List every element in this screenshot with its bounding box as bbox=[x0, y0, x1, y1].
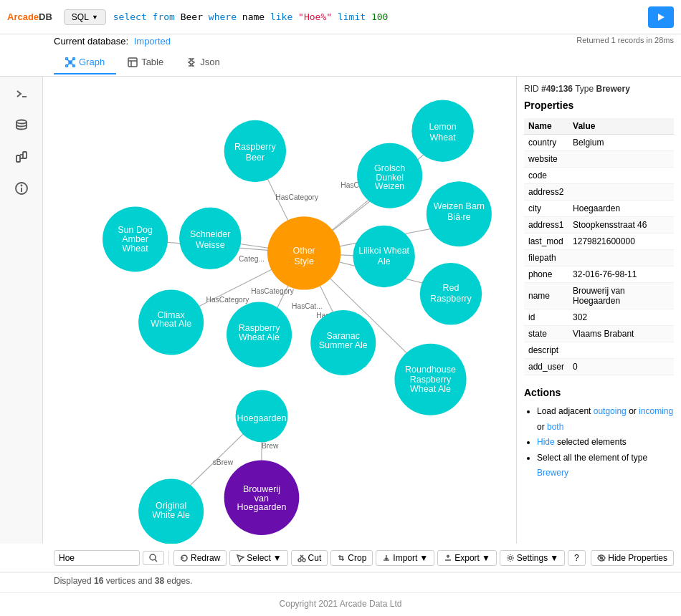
import-button[interactable]: Import ▼ bbox=[376, 550, 434, 566]
properties-rows: countryBelgiumwebsitecodeaddress2cityHoe… bbox=[524, 135, 674, 375]
prop-name: filepath bbox=[524, 250, 568, 266]
svg-point-24 bbox=[298, 559, 301, 562]
select-button[interactable]: Select ▼ bbox=[229, 550, 287, 566]
actions-title: Actions bbox=[524, 387, 674, 398]
prop-value: Hoegaarden bbox=[568, 201, 674, 217]
sidebar-info-icon[interactable] bbox=[11, 178, 32, 198]
sidebar-plugin-icon[interactable] bbox=[11, 147, 32, 167]
node-lemon-wheat[interactable] bbox=[411, 100, 473, 161]
edge-label-hascategory-7: HasCategory bbox=[206, 296, 250, 304]
node-original-white[interactable] bbox=[138, 479, 204, 544]
node-schneider[interactable] bbox=[179, 208, 241, 269]
top-bar: ArcadeDB SQL ▼ select from Beer where na… bbox=[0, 0, 681, 34]
node-lilikoi[interactable] bbox=[353, 226, 414, 287]
node-saranac[interactable] bbox=[310, 310, 376, 375]
table-row: code bbox=[524, 168, 674, 184]
sidebar bbox=[0, 77, 43, 544]
node-hoegaarden[interactable] bbox=[236, 390, 288, 443]
tab-graph[interactable]: Graph bbox=[54, 51, 116, 74]
edge-label-hascategory-5: HasCat... bbox=[292, 302, 323, 310]
prop-name: website bbox=[524, 151, 568, 168]
table-row: filepath bbox=[524, 250, 674, 266]
logo: ArcadeDB bbox=[7, 11, 52, 22]
outgoing-link[interactable]: outgoing bbox=[594, 406, 627, 416]
table-row: address1Stoopkensstraat 46 bbox=[524, 217, 674, 234]
col-value: Value bbox=[568, 118, 674, 135]
tab-table[interactable]: Table bbox=[116, 51, 175, 74]
hide-link[interactable]: Hide bbox=[537, 437, 555, 447]
node-sun-dog[interactable] bbox=[103, 206, 168, 271]
hide-properties-button[interactable]: Hide Properties bbox=[591, 550, 674, 566]
prop-value bbox=[568, 151, 674, 168]
edge-label-category-1: Categ... bbox=[239, 255, 265, 263]
svg-point-21 bbox=[21, 186, 22, 186]
prop-name: address1 bbox=[524, 217, 568, 234]
table-row: descript bbox=[524, 342, 674, 359]
prop-name: phone bbox=[524, 266, 568, 283]
graph-area[interactable]: HasCategory HasCategory Ha... Categ... H… bbox=[43, 77, 516, 544]
table-row: countryBelgium bbox=[524, 135, 674, 151]
prop-name: state bbox=[524, 326, 568, 342]
redraw-button[interactable]: Redraw bbox=[173, 550, 227, 566]
table-row: cityHoegaarden bbox=[524, 201, 674, 217]
result-info: Returned 1 records in 28ms bbox=[576, 36, 674, 47]
prop-value bbox=[568, 184, 674, 201]
help-button[interactable]: ? bbox=[568, 550, 586, 566]
settings-button[interactable]: Settings ▼ bbox=[500, 550, 565, 566]
prop-name: city bbox=[524, 201, 568, 217]
tabs-bar: Graph Table Json bbox=[0, 49, 681, 77]
search-button[interactable] bbox=[143, 551, 164, 565]
sidebar-database-icon[interactable] bbox=[11, 115, 32, 135]
table-row: add_user0 bbox=[524, 359, 674, 375]
tab-json[interactable]: Json bbox=[175, 51, 231, 74]
svg-line-23 bbox=[155, 559, 157, 562]
prop-name: add_user bbox=[524, 359, 568, 375]
node-climax[interactable] bbox=[138, 290, 204, 355]
crop-button[interactable]: Crop bbox=[330, 550, 373, 566]
edge-count: 38 bbox=[155, 576, 164, 586]
node-raspberry-beer[interactable] bbox=[224, 120, 286, 182]
table-row: stateVlaams Brabant bbox=[524, 326, 674, 342]
node-raspberry-wheat[interactable] bbox=[227, 302, 292, 367]
prop-name: country bbox=[524, 135, 568, 151]
svg-point-25 bbox=[303, 559, 305, 562]
node-grolsch[interactable] bbox=[357, 143, 422, 208]
status-bar: Displayed 16 vertices and 38 edges. bbox=[0, 572, 681, 592]
type-link[interactable]: Brewery bbox=[537, 468, 568, 478]
main-layout: HasCategory HasCategory Ha... Categ... H… bbox=[0, 77, 681, 544]
type-value: Brewery bbox=[596, 84, 630, 94]
sidebar-terminal-icon[interactable] bbox=[11, 84, 32, 104]
prop-name: address2 bbox=[524, 184, 568, 201]
actions-list: Load adjacent outgoing or incoming or bo… bbox=[524, 404, 674, 481]
both-link[interactable]: both bbox=[547, 422, 563, 432]
incoming-link[interactable]: incoming bbox=[639, 406, 673, 416]
rid-value: #49:136 bbox=[541, 84, 573, 94]
properties-table: Name Value countryBelgiumwebsitecodeaddr… bbox=[524, 118, 674, 375]
graph-svg: HasCategory HasCategory Ha... Categ... H… bbox=[43, 77, 516, 544]
sql-mode-selector[interactable]: SQL ▼ bbox=[64, 9, 106, 25]
export-button[interactable]: Export ▼ bbox=[437, 550, 497, 566]
rid-display: RID #49:136 Type Brewery bbox=[524, 84, 674, 94]
action-select-all: Select all the element of type Brewery bbox=[537, 451, 674, 481]
prop-value bbox=[568, 168, 674, 184]
search-input[interactable] bbox=[54, 550, 140, 566]
prop-value bbox=[568, 342, 674, 359]
node-roundhouse[interactable] bbox=[394, 344, 466, 415]
table-row: id302 bbox=[524, 309, 674, 326]
run-button[interactable] bbox=[648, 6, 674, 28]
cut-button[interactable]: Cut bbox=[291, 550, 328, 566]
db-link[interactable]: Imported bbox=[134, 36, 171, 47]
node-brouwerij[interactable] bbox=[224, 460, 300, 535]
node-red-raspberry[interactable] bbox=[420, 263, 482, 324]
edge-label-hascategory-4: HasCategory bbox=[251, 287, 295, 295]
prop-value: Belgium bbox=[568, 135, 674, 151]
import-chevron-icon: ▼ bbox=[419, 553, 428, 563]
vertex-count: 16 bbox=[94, 576, 103, 586]
node-weizen-barn[interactable] bbox=[427, 181, 492, 246]
action-load-adjacent: Load adjacent outgoing or incoming or bo… bbox=[537, 404, 674, 435]
node-center[interactable] bbox=[267, 216, 340, 289]
tab-graph-label: Graph bbox=[79, 57, 105, 67]
svg-rect-16 bbox=[23, 152, 27, 158]
query-display[interactable]: select from Beer where name like "Hoe%" … bbox=[113, 11, 389, 22]
prop-name: name bbox=[524, 283, 568, 309]
